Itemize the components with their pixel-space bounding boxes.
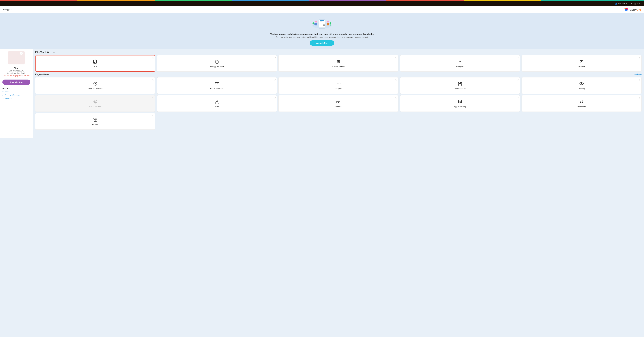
app-bid: BID: 86a29b26ec7a	[2, 70, 30, 72]
sidebar-action-edit[interactable]: ✎ Edit	[2, 91, 30, 93]
engage-grid-row-1: ⓘ ℹ Push Notifications ⓘ Email Templates	[35, 77, 642, 94]
replicate-app-icon	[458, 81, 462, 86]
less-items-link[interactable]: Less Items	[633, 73, 642, 75]
card-label-go-live: Go Live	[578, 66, 584, 68]
app-maker-menu[interactable]: ⚙ App Maker	[631, 3, 642, 5]
engage-section-header: Engage Users Less Items	[35, 73, 642, 76]
card-label-beacon: Beacon	[92, 124, 98, 126]
appypie-logo-icon	[624, 7, 629, 12]
banner-subtitle: Once you install your app, your editing …	[276, 36, 368, 38]
info-icon-make-public[interactable]: ⓘ	[152, 97, 154, 99]
logo-text: appypie	[630, 8, 641, 11]
svg-point-14	[327, 21, 329, 23]
user-icon: 👤	[615, 3, 617, 5]
gear-icon: ⚙	[631, 3, 632, 5]
sidebar-action-my-plan[interactable]: ✓ My Plan	[2, 98, 30, 100]
analytics-icon	[336, 81, 341, 86]
banner-illustration	[310, 16, 334, 31]
card-replicate-app[interactable]: ⓘ Replicate App	[400, 77, 520, 94]
card-test-app[interactable]: ⓘ Test app on device	[157, 55, 277, 72]
svg-rect-13	[316, 23, 317, 25]
info-icon-app-marketing[interactable]: ⓘ	[517, 97, 519, 99]
card-hosting[interactable]: ⓘ Hosting	[522, 77, 642, 94]
card-email-templates[interactable]: ⓘ Email Templates	[157, 77, 277, 94]
svg-point-29	[338, 61, 339, 62]
info-icon-monetize[interactable]: ⓘ	[396, 97, 397, 99]
svg-point-2	[625, 9, 628, 11]
sidebar-upgrade-button[interactable]: Upgrade Now	[2, 80, 30, 85]
svg-point-17	[312, 23, 314, 24]
info-icon-hosting[interactable]: ⓘ	[638, 79, 640, 81]
sidebar-action-push-notifications[interactable]: ● Push Notifications	[2, 94, 30, 96]
main-content: ↗ Test BID: 86a29b26ec7a Current Plan: G…	[0, 49, 644, 138]
card-label-edit: Edit	[94, 66, 97, 68]
main-header: My Apps › appypie	[0, 6, 644, 13]
svg-rect-9	[320, 23, 323, 23]
info-icon-billing[interactable]: ⓘ	[517, 57, 519, 59]
banner-upgrade-button[interactable]: Upgrade Now	[310, 40, 334, 46]
card-promotion[interactable]: ⓘ Promotion	[522, 95, 642, 112]
svg-point-55	[337, 102, 338, 102]
edit-section-title: Edit, Test & Go Live	[35, 51, 55, 53]
svg-rect-41	[215, 83, 219, 85]
grid-area: Edit, Test & Go Live ⓘ Edit ⓘ	[33, 49, 644, 138]
info-icon-go-live[interactable]: ⓘ	[638, 57, 640, 59]
banner-title: Testing app on real devices assures you …	[270, 33, 374, 35]
info-icon-test-app[interactable]: ⓘ	[274, 57, 276, 59]
engage-grid-row-2: ⓘ Make App Public ⓘ Users	[35, 95, 642, 112]
svg-rect-25	[215, 61, 218, 63]
info-icon-email[interactable]: ⓘ	[274, 79, 276, 81]
svg-rect-7	[320, 21, 322, 22]
card-users[interactable]: ⓘ Users	[157, 95, 277, 112]
card-go-live[interactable]: ⓘ Go Live	[522, 55, 642, 72]
card-push-notifications[interactable]: ⓘ ℹ Push Notifications	[35, 77, 155, 94]
info-icon-users[interactable]: ⓘ	[274, 97, 276, 99]
billing-info-icon	[458, 59, 462, 64]
card-label-analytics: Analytics	[335, 88, 342, 90]
info-icon-replicate[interactable]: ⓘ	[517, 79, 519, 81]
svg-point-46	[94, 100, 97, 103]
check-icon: ✓	[2, 98, 4, 100]
svg-rect-5	[319, 20, 325, 28]
card-monetize[interactable]: ⓘ Monetize	[278, 95, 398, 112]
card-label-app-marketing: App Marketing	[454, 106, 466, 108]
card-app-marketing[interactable]: ⓘ App Marketing	[400, 95, 520, 112]
info-icon-edit[interactable]: ⓘ	[152, 57, 154, 59]
welcome-menu[interactable]: 👤 Welcome ▼	[615, 3, 628, 5]
push-notifications-card-icon: ℹ	[93, 81, 98, 86]
info-icon-preview[interactable]: ⓘ	[396, 57, 397, 59]
card-label-hosting: Hosting	[578, 88, 585, 90]
engage-grid-row-3: ⓘ Beacon	[35, 113, 642, 130]
card-billing-info[interactable]: ⓘ Billing Info	[400, 55, 520, 72]
info-icon-analytics[interactable]: ⓘ	[396, 79, 397, 81]
sidebar: ↗ Test BID: 86a29b26ec7a Current Plan: G…	[0, 49, 33, 138]
dropdown-arrow: ▼	[626, 3, 628, 5]
monetize-icon	[336, 99, 341, 104]
svg-point-62	[95, 120, 96, 120]
card-label-users: Users	[214, 106, 219, 108]
info-icon-beacon[interactable]: ⓘ	[152, 115, 154, 117]
edit-section-header: Edit, Test & Go Live	[35, 51, 642, 53]
svg-point-19	[330, 23, 332, 24]
card-label-monetize: Monetize	[335, 106, 342, 108]
svg-point-56	[340, 102, 340, 102]
email-templates-icon	[214, 81, 219, 86]
promotion-icon	[579, 99, 584, 104]
card-beacon[interactable]: ⓘ Beacon	[35, 113, 155, 130]
edit-card-icon	[93, 59, 98, 64]
edit-section-grid: ⓘ Edit ⓘ Test app on	[35, 55, 642, 72]
info-icon-push[interactable]: ⓘ	[152, 79, 154, 81]
card-make-app-public[interactable]: ⓘ Make App Public	[35, 95, 155, 112]
svg-rect-8	[320, 22, 324, 23]
card-analytics[interactable]: ⓘ Analytics	[278, 77, 398, 94]
info-icon-promotion[interactable]: ⓘ	[638, 97, 640, 99]
trial-warning: (Your trial period expires on 27 Feb 202…	[2, 75, 30, 78]
card-label-promotion: Promotion	[578, 106, 586, 108]
card-edit[interactable]: ⓘ Edit	[35, 55, 155, 72]
card-preview-website[interactable]: ⓘ Preview Website	[278, 55, 398, 72]
svg-rect-6	[320, 20, 324, 21]
breadcrumb[interactable]: My Apps ›	[3, 9, 12, 11]
make-app-public-icon	[93, 99, 98, 104]
push-notifications-label: Push Notifications	[5, 94, 20, 96]
avatar-edit-button[interactable]: ↗	[20, 52, 23, 55]
